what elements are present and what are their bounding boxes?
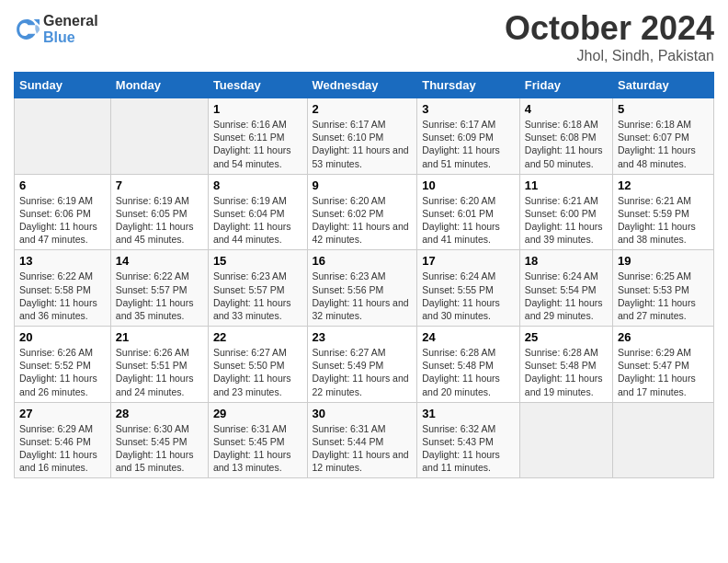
- day-cell: 3Sunrise: 6:17 AMSunset: 6:09 PMDaylight…: [417, 98, 520, 175]
- logo-icon: [14, 17, 40, 42]
- day-number: 24: [422, 330, 515, 344]
- day-cell: 21Sunrise: 6:26 AMSunset: 5:51 PMDayligh…: [110, 327, 208, 403]
- day-number: 30: [313, 407, 413, 420]
- day-cell: 30Sunrise: 6:31 AMSunset: 5:44 PMDayligh…: [307, 402, 417, 478]
- day-info: Sunrise: 6:27 AMSunset: 5:50 PMDaylight:…: [213, 346, 302, 398]
- day-info: Sunrise: 6:25 AMSunset: 5:53 PMDaylight:…: [618, 270, 709, 322]
- header-day-monday: Monday: [110, 73, 208, 98]
- day-cell: 2Sunrise: 6:17 AMSunset: 6:10 PMDaylight…: [307, 98, 417, 175]
- day-number: 3: [422, 102, 515, 116]
- day-cell: 31Sunrise: 6:32 AMSunset: 5:43 PMDayligh…: [417, 402, 520, 478]
- day-cell: 9Sunrise: 6:20 AMSunset: 6:02 PMDaylight…: [307, 174, 417, 250]
- logo: General Blue: [14, 13, 98, 45]
- day-number: 6: [19, 178, 106, 192]
- day-cell: 17Sunrise: 6:24 AMSunset: 5:55 PMDayligh…: [417, 250, 520, 327]
- day-number: 19: [618, 254, 709, 268]
- day-cell: 6Sunrise: 6:19 AMSunset: 6:06 PMDaylight…: [15, 174, 111, 250]
- day-number: 14: [116, 254, 203, 268]
- day-cell: 5Sunrise: 6:18 AMSunset: 6:07 PMDaylight…: [613, 98, 714, 175]
- day-number: 31: [422, 407, 515, 420]
- day-cell: 24Sunrise: 6:28 AMSunset: 5:48 PMDayligh…: [417, 327, 520, 403]
- day-info: Sunrise: 6:28 AMSunset: 5:48 PMDaylight:…: [525, 346, 608, 398]
- calendar-body: 1Sunrise: 6:16 AMSunset: 6:11 PMDaylight…: [15, 98, 714, 478]
- day-number: 1: [213, 102, 302, 116]
- day-number: 22: [213, 330, 302, 344]
- logo-text: General Blue: [43, 13, 98, 45]
- page: General Blue October 2024 Jhol, Sindh, P…: [0, 0, 728, 563]
- day-cell: [613, 402, 714, 478]
- week-row-3: 20Sunrise: 6:26 AMSunset: 5:52 PMDayligh…: [15, 327, 714, 403]
- day-cell: 14Sunrise: 6:22 AMSunset: 5:57 PMDayligh…: [110, 250, 208, 327]
- day-number: 4: [525, 102, 608, 116]
- header-day-saturday: Saturday: [613, 73, 714, 98]
- day-cell: 1Sunrise: 6:16 AMSunset: 6:11 PMDaylight…: [208, 98, 307, 175]
- day-cell: 19Sunrise: 6:25 AMSunset: 5:53 PMDayligh…: [613, 250, 714, 327]
- day-info: Sunrise: 6:24 AMSunset: 5:54 PMDaylight:…: [525, 270, 608, 322]
- day-cell: 28Sunrise: 6:30 AMSunset: 5:45 PMDayligh…: [110, 402, 208, 478]
- day-cell: 16Sunrise: 6:23 AMSunset: 5:56 PMDayligh…: [307, 250, 417, 327]
- day-info: Sunrise: 6:17 AMSunset: 6:09 PMDaylight:…: [422, 118, 515, 170]
- day-info: Sunrise: 6:20 AMSunset: 6:01 PMDaylight:…: [422, 194, 515, 247]
- day-info: Sunrise: 6:18 AMSunset: 6:08 PMDaylight:…: [525, 118, 608, 170]
- day-cell: 4Sunrise: 6:18 AMSunset: 6:08 PMDaylight…: [519, 98, 612, 175]
- week-row-1: 6Sunrise: 6:19 AMSunset: 6:06 PMDaylight…: [15, 174, 714, 250]
- day-cell: 11Sunrise: 6:21 AMSunset: 6:00 PMDayligh…: [519, 174, 612, 250]
- day-info: Sunrise: 6:19 AMSunset: 6:04 PMDaylight:…: [213, 194, 302, 247]
- day-info: Sunrise: 6:18 AMSunset: 6:07 PMDaylight:…: [618, 118, 709, 170]
- day-number: 26: [618, 330, 709, 344]
- day-number: 16: [313, 254, 413, 268]
- day-number: 2: [313, 102, 413, 116]
- day-cell: 23Sunrise: 6:27 AMSunset: 5:49 PMDayligh…: [307, 327, 417, 403]
- day-info: Sunrise: 6:28 AMSunset: 5:48 PMDaylight:…: [422, 346, 515, 398]
- header: General Blue October 2024 Jhol, Sindh, P…: [14, 9, 714, 64]
- week-row-2: 13Sunrise: 6:22 AMSunset: 5:58 PMDayligh…: [15, 250, 714, 327]
- logo-general-text: General: [43, 13, 98, 29]
- day-info: Sunrise: 6:20 AMSunset: 6:02 PMDaylight:…: [313, 194, 413, 247]
- day-number: 13: [19, 254, 106, 268]
- day-number: 20: [19, 330, 106, 344]
- day-number: 9: [313, 178, 413, 192]
- day-number: 8: [213, 178, 302, 192]
- header-row: SundayMondayTuesdayWednesdayThursdayFrid…: [15, 73, 714, 98]
- calendar-header: SundayMondayTuesdayWednesdayThursdayFrid…: [15, 73, 714, 98]
- day-cell: 7Sunrise: 6:19 AMSunset: 6:05 PMDaylight…: [110, 174, 208, 250]
- day-info: Sunrise: 6:22 AMSunset: 5:57 PMDaylight:…: [116, 270, 203, 322]
- day-info: Sunrise: 6:26 AMSunset: 5:51 PMDaylight:…: [116, 346, 203, 398]
- day-info: Sunrise: 6:26 AMSunset: 5:52 PMDaylight:…: [19, 346, 106, 398]
- day-info: Sunrise: 6:29 AMSunset: 5:46 PMDaylight:…: [19, 422, 106, 475]
- title-block: October 2024 Jhol, Sindh, Pakistan: [505, 9, 714, 64]
- day-info: Sunrise: 6:31 AMSunset: 5:45 PMDaylight:…: [213, 422, 302, 475]
- day-cell: 13Sunrise: 6:22 AMSunset: 5:58 PMDayligh…: [15, 250, 111, 327]
- day-number: 25: [525, 330, 608, 344]
- header-day-friday: Friday: [519, 73, 612, 98]
- calendar-table: SundayMondayTuesdayWednesdayThursdayFrid…: [14, 72, 714, 478]
- day-cell: 25Sunrise: 6:28 AMSunset: 5:48 PMDayligh…: [519, 327, 612, 403]
- week-row-0: 1Sunrise: 6:16 AMSunset: 6:11 PMDaylight…: [15, 98, 714, 175]
- day-info: Sunrise: 6:31 AMSunset: 5:44 PMDaylight:…: [313, 422, 413, 475]
- day-number: 7: [116, 178, 203, 192]
- day-cell: 22Sunrise: 6:27 AMSunset: 5:50 PMDayligh…: [208, 327, 307, 403]
- day-number: 18: [525, 254, 608, 268]
- day-number: 15: [213, 254, 302, 268]
- day-number: 21: [116, 330, 203, 344]
- day-info: Sunrise: 6:19 AMSunset: 6:06 PMDaylight:…: [19, 194, 106, 247]
- subtitle: Jhol, Sindh, Pakistan: [505, 48, 714, 64]
- main-title: October 2024: [505, 9, 714, 48]
- day-number: 12: [618, 178, 709, 192]
- day-cell: 8Sunrise: 6:19 AMSunset: 6:04 PMDaylight…: [208, 174, 307, 250]
- day-info: Sunrise: 6:24 AMSunset: 5:55 PMDaylight:…: [422, 270, 515, 322]
- day-info: Sunrise: 6:16 AMSunset: 6:11 PMDaylight:…: [213, 118, 302, 170]
- day-info: Sunrise: 6:21 AMSunset: 6:00 PMDaylight:…: [525, 194, 608, 247]
- day-number: 10: [422, 178, 515, 192]
- week-row-4: 27Sunrise: 6:29 AMSunset: 5:46 PMDayligh…: [15, 402, 714, 478]
- header-day-sunday: Sunday: [15, 73, 111, 98]
- header-day-thursday: Thursday: [417, 73, 520, 98]
- day-cell: 29Sunrise: 6:31 AMSunset: 5:45 PMDayligh…: [208, 402, 307, 478]
- day-number: 11: [525, 178, 608, 192]
- day-cell: 27Sunrise: 6:29 AMSunset: 5:46 PMDayligh…: [15, 402, 111, 478]
- day-cell: [110, 98, 208, 175]
- header-day-tuesday: Tuesday: [208, 73, 307, 98]
- day-cell: 26Sunrise: 6:29 AMSunset: 5:47 PMDayligh…: [613, 327, 714, 403]
- day-number: 27: [19, 407, 106, 420]
- logo-blue-text: Blue: [43, 29, 98, 46]
